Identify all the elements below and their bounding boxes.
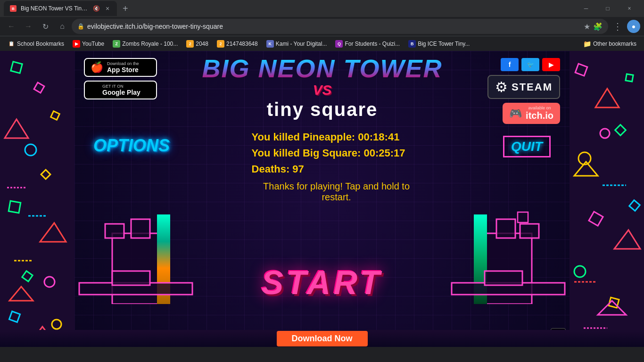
nav-bar: ← → ↻ ⌂ 🔒 evilobjective.itch.io/big-neon…	[0, 17, 644, 36]
svg-rect-42	[520, 224, 539, 238]
bookmark-bigice[interactable]: B Big ICE Tower Tiny...	[405, 38, 473, 49]
start-label: START	[262, 266, 383, 299]
itchio-button[interactable]: 🎮 available on itch.io	[503, 103, 560, 124]
svg-rect-19	[615, 125, 626, 136]
svg-marker-2	[5, 119, 28, 138]
svg-rect-22	[589, 212, 603, 226]
svg-marker-14	[9, 287, 33, 301]
svg-rect-30	[629, 200, 640, 211]
bookmark-school[interactable]: 📋 School Bookmarks	[4, 38, 68, 49]
options-label: OPTIONS	[93, 136, 170, 156]
back-button[interactable]: ←	[4, 19, 19, 34]
active-tab[interactable]: B Big NEON Tower VS Tiny Sq... 🔇 ×	[4, 1, 117, 16]
mute-icon[interactable]: 🔇	[93, 5, 100, 12]
google-play-small-text: GET IT ON	[102, 84, 140, 89]
quit-button[interactable]: QUIT	[503, 131, 551, 157]
game-content-wrapper: 🍎 Download on the App Store ▶ GET IT ON …	[74, 51, 570, 347]
school-bookmark-icon: 📋	[8, 40, 15, 48]
svg-point-8	[44, 277, 55, 287]
svg-marker-32	[598, 301, 626, 315]
social-icon-youtube[interactable]: ▶	[542, 58, 560, 71]
svg-rect-0	[11, 62, 22, 73]
google-play-button[interactable]: ▶ GET IT ON Google Play	[84, 81, 157, 99]
stat-bigsquare: You killed Big Square: 00:25:17	[252, 147, 421, 159]
svg-rect-17	[575, 64, 587, 76]
svg-marker-6	[40, 223, 66, 242]
stat-deaths: Deaths: 97	[252, 163, 421, 175]
app-store-small-text: Download on the	[107, 61, 139, 66]
zombs-bookmark-icon: Z	[113, 40, 120, 48]
svg-rect-36	[131, 219, 150, 238]
extensions-icon[interactable]: 🧩	[593, 22, 603, 31]
itchio-name-text: itch.io	[526, 110, 553, 121]
game-stats-text: You killed Pineapple: 00:18:41 You kille…	[252, 131, 421, 203]
close-tab-button[interactable]: ×	[104, 5, 111, 12]
svg-rect-41	[496, 219, 515, 238]
chrome-menu-button[interactable]: ⋮	[610, 21, 625, 32]
store-icons-right: f 🐦 ▶ ⚙ STEAM 🎮 available on it	[487, 58, 560, 124]
bookmark-quizi[interactable]: Q For Students - Quizi...	[331, 38, 404, 49]
minimize-button[interactable]: ─	[575, 1, 597, 16]
maximize-button[interactable]: □	[597, 1, 619, 16]
bookmark-kami[interactable]: K Kami - Your Digital...	[263, 38, 331, 49]
2147-bookmark-icon: 2	[217, 40, 224, 48]
quizi-bookmark-icon: Q	[335, 40, 343, 48]
bookmark-star-icon[interactable]: ★	[584, 22, 590, 31]
bookmark-2147[interactable]: 2 2147483648	[213, 38, 262, 49]
svg-marker-18	[595, 89, 619, 107]
bookmark-zombs[interactable]: Z Zombs Royale - 100...	[109, 38, 182, 49]
svg-rect-43	[518, 212, 528, 222]
itchio-available-text: available on	[528, 106, 551, 110]
left-shapes-svg	[0, 51, 74, 347]
quizi-bookmark-label: For Students - Quizi...	[345, 41, 400, 47]
other-bookmarks-button[interactable]: 📁 Other bookmarks	[579, 38, 640, 49]
new-tab-button[interactable]: +	[119, 1, 132, 16]
tab-favicon: B	[9, 5, 17, 12]
svg-point-28	[600, 129, 610, 138]
download-bar: Download Now	[0, 330, 644, 347]
steam-button[interactable]: ⚙ STEAM	[487, 75, 560, 99]
social-icon-1[interactable]: f	[501, 58, 519, 71]
itchio-icon: 🎮	[509, 107, 522, 120]
quit-label: QUIT	[503, 136, 551, 157]
app-store-button[interactable]: 🍎 Download on the App Store	[84, 58, 157, 77]
start-button[interactable]: START	[262, 266, 383, 299]
game-background: 🍎 Download on the App Store ▶ GET IT ON …	[0, 51, 644, 347]
profile-button[interactable]: ●	[627, 20, 640, 33]
game-stats-area: OPTIONS You killed Pineapple: 00:18:41 Y…	[74, 124, 570, 210]
svg-rect-1	[34, 82, 44, 93]
svg-rect-46	[485, 271, 522, 285]
download-now-button[interactable]: Download Now	[277, 331, 368, 346]
bookmark-2048[interactable]: 2 2048	[182, 38, 212, 49]
svg-rect-39	[112, 271, 150, 285]
profile-icon: ●	[632, 23, 636, 30]
game-title-main: BIG NEON TOWER	[166, 56, 478, 81]
steam-label: STEAM	[512, 81, 553, 93]
close-window-button[interactable]: ×	[619, 1, 640, 16]
browser-chrome: B Big NEON Tower VS Tiny Sq... 🔇 × + ─ □…	[0, 0, 644, 51]
svg-rect-11	[51, 111, 60, 120]
bookmark-youtube[interactable]: ▶ YouTube	[69, 38, 108, 49]
svg-rect-9	[9, 311, 20, 322]
home-button[interactable]: ⌂	[55, 19, 70, 34]
svg-point-3	[25, 144, 36, 156]
folder-icon: 📁	[583, 40, 591, 48]
2048-bookmark-icon: 2	[186, 40, 194, 48]
forward-button[interactable]: →	[21, 19, 36, 34]
right-shapes-svg	[570, 51, 644, 347]
2147-bookmark-label: 2147483648	[226, 41, 258, 47]
google-play-big-text: Google Play	[102, 89, 140, 96]
options-button[interactable]: OPTIONS	[93, 131, 170, 156]
other-bookmarks-label: Other bookmarks	[593, 41, 636, 47]
left-decoration	[0, 51, 74, 347]
tiny-square-title: tiny square	[166, 99, 478, 120]
2048-bookmark-label: 2048	[196, 41, 208, 47]
social-icon-2[interactable]: 🐦	[521, 58, 539, 71]
refresh-button[interactable]: ↻	[38, 19, 53, 34]
bookmarks-bar: 📋 School Bookmarks ▶ YouTube Z Zombs Roy…	[0, 36, 644, 51]
bigice-bookmark-label: Big ICE Tower Tiny...	[418, 41, 470, 47]
address-bar[interactable]: 🔒 evilobjective.itch.io/big-neon-tower-t…	[72, 19, 608, 34]
apple-icon: 🍎	[91, 61, 103, 74]
lock-icon: 🔒	[77, 23, 84, 30]
svg-rect-5	[8, 201, 20, 213]
